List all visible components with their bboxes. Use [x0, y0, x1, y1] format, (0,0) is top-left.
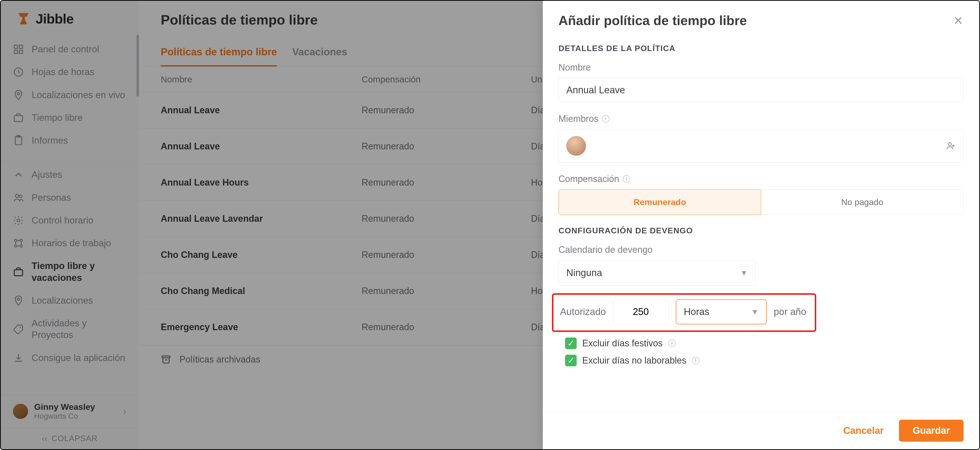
sidebar-item-locations[interactable]: Localizaciones — [1, 289, 138, 312]
column-header-name[interactable]: Nombre — [161, 74, 362, 85]
sidebar-item-schedules[interactable]: Horarios de trabajo — [1, 232, 138, 255]
entitlement-row: Autorizado Horas ▼ por año — [560, 299, 808, 324]
add-member-icon[interactable] — [946, 141, 956, 151]
add-policy-drawer: Añadir política de tiempo libre DETALLES… — [543, 1, 979, 449]
info-icon[interactable]: i — [602, 115, 609, 123]
info-icon[interactable]: i — [623, 175, 630, 183]
toggle-unpaid[interactable]: No pagado — [761, 189, 964, 215]
sidebar-item-reports[interactable]: Informes — [1, 129, 138, 152]
chevron-down-icon: ▼ — [740, 269, 748, 277]
sidebar-item-dashboard[interactable]: Panel de control — [1, 38, 138, 61]
chevron-right-icon: › — [123, 405, 126, 417]
sidebar-item-settings[interactable]: Ajustes — [1, 163, 138, 186]
user-name: Ginny Weasley — [34, 402, 117, 412]
svg-point-10 — [19, 195, 22, 198]
sidebar-item-timetracking[interactable]: Control horario — [1, 209, 138, 232]
sidebar-item-time-off[interactable]: Tiempo libre — [1, 107, 138, 129]
sidebar-item-get-app[interactable]: Consigue la aplicación — [1, 346, 138, 369]
accrual-calendar-select[interactable]: Ninguna ▼ — [558, 260, 756, 286]
location-pin-icon — [13, 295, 24, 306]
drawer-header: Añadir política de tiempo libre — [543, 1, 979, 38]
dashboard-icon — [13, 44, 24, 55]
exclude-holidays-checkbox[interactable]: ✓ — [565, 337, 577, 349]
nav-secondary: Ajustes Personas Control horario Horario… — [1, 163, 138, 377]
tab-holidays[interactable]: Vacaciones — [292, 41, 347, 67]
clipboard-icon — [13, 135, 24, 146]
svg-point-13 — [20, 239, 22, 242]
info-icon[interactable]: i — [692, 357, 700, 364]
field-label-members: Miembros i — [558, 113, 964, 124]
sidebar-item-time-off-holidays[interactable]: Tiempo libre y vacaciones — [1, 255, 138, 289]
field-label-name: Nombre — [558, 62, 964, 73]
drawer-title: Añadir política de tiempo libre — [558, 13, 747, 28]
exclude-nonworking-checkbox[interactable]: ✓ — [565, 355, 577, 366]
brand-logo[interactable]: Jibble — [1, 1, 138, 38]
svg-point-15 — [20, 245, 22, 247]
svg-point-14 — [14, 245, 17, 247]
entitled-unit-select[interactable]: Horas ▼ — [676, 299, 767, 324]
cancel-button[interactable]: Cancelar — [838, 420, 889, 442]
nav-primary: Panel de control Hojas de horas Localiza… — [1, 38, 138, 159]
svg-rect-6 — [14, 115, 23, 121]
user-avatar — [13, 404, 28, 419]
sidebar-scrollbar-thumb[interactable] — [137, 35, 139, 97]
svg-rect-1 — [19, 45, 23, 48]
column-header-compensation[interactable]: Compensación — [362, 74, 531, 85]
toggle-paid[interactable]: Remunerado — [558, 189, 761, 215]
svg-point-9 — [16, 194, 19, 198]
info-icon[interactable]: i — [668, 340, 676, 347]
briefcase-icon — [13, 266, 24, 278]
sidebar-item-timesheets[interactable]: Hojas de horas — [1, 61, 138, 83]
download-icon — [13, 353, 24, 364]
archive-icon — [161, 354, 171, 365]
sidebar-item-people[interactable]: Personas — [1, 186, 138, 209]
drawer-body: DETALLES DE LA POLÍTICA Nombre Miembros … — [543, 38, 979, 412]
svg-rect-19 — [162, 356, 170, 358]
clock-icon — [13, 67, 24, 78]
sidebar: Jibble Panel de control Hojas de horas L… — [1, 1, 138, 449]
user-info: Ginny Weasley Hogwarts Co — [34, 402, 117, 420]
network-icon — [13, 238, 24, 249]
svg-point-18 — [20, 327, 21, 328]
member-avatar[interactable] — [566, 136, 586, 156]
user-profile-card[interactable]: Ginny Weasley Hogwarts Co › — [1, 395, 138, 428]
gear-icon — [13, 215, 24, 226]
section-accrual: CONFIGURACIÓN DE DEVENGO — [558, 226, 964, 235]
entitled-label: Autorizado — [560, 306, 606, 317]
sidebar-item-live-locations[interactable]: Localizaciones en vivo — [1, 84, 138, 107]
nav-divider — [1, 161, 138, 161]
svg-point-5 — [17, 93, 19, 95]
compensation-toggle: Remunerado No pagado — [558, 189, 964, 215]
svg-rect-3 — [19, 50, 23, 54]
tab-policies[interactable]: Políticas de tiempo libre — [161, 41, 277, 67]
close-icon — [953, 15, 964, 26]
entitled-amount-input[interactable] — [613, 300, 669, 324]
tag-icon — [13, 324, 24, 335]
svg-rect-0 — [14, 45, 18, 48]
section-policy-details: DETALLES DE LA POLÍTICA — [558, 44, 964, 53]
per-year-label: por año — [774, 306, 807, 317]
policy-name-input[interactable] — [558, 78, 964, 102]
svg-point-11 — [17, 219, 20, 222]
chevron-up-icon — [13, 169, 24, 180]
svg-rect-16 — [14, 270, 23, 276]
svg-point-17 — [17, 298, 19, 300]
chevron-double-left-icon: ‹‹ — [42, 434, 48, 443]
jibble-logo-icon — [16, 11, 31, 26]
briefcase-icon — [13, 112, 24, 123]
chevron-down-icon: ▼ — [751, 308, 759, 316]
svg-rect-2 — [14, 50, 18, 54]
svg-point-12 — [14, 239, 17, 242]
svg-point-20 — [948, 143, 951, 146]
field-label-compensation: Compensación i — [558, 174, 964, 184]
user-org: Hogwarts Co — [34, 412, 117, 420]
location-pin-icon — [13, 89, 24, 101]
collapse-button[interactable]: ‹‹ COLAPSAR — [1, 428, 138, 449]
members-input[interactable] — [558, 129, 964, 163]
drawer-footer: Cancelar Guardar — [543, 412, 979, 449]
sidebar-item-activities[interactable]: Actividades y Proyectos — [1, 312, 138, 346]
close-button[interactable] — [953, 15, 964, 26]
exclude-holidays-row: ✓ Excluir días festivos i — [565, 337, 964, 349]
save-button[interactable]: Guardar — [899, 420, 964, 442]
entitlement-highlight-box: Autorizado Horas ▼ por año — [552, 293, 816, 332]
